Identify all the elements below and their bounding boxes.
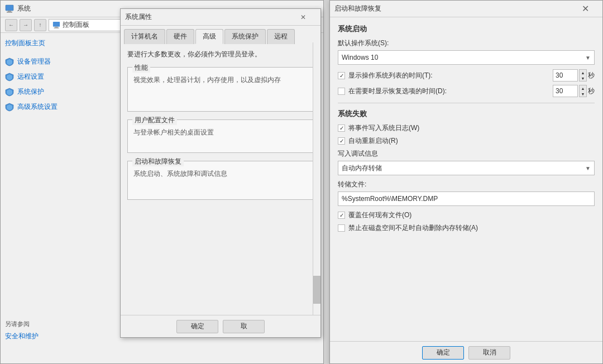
show-recovery-input[interactable]: 30 <box>553 85 578 97</box>
nav-back-button[interactable]: ← <box>5 19 17 31</box>
debug-dropdown-arrow-icon: ▼ <box>585 165 591 171</box>
show-os-list-label: 显示操作系统列表的时间(T): <box>348 71 549 80</box>
svg-rect-3 <box>53 21 60 26</box>
user-profile-section: 用户配置文件 与登录帐户相关的桌面设置 <box>127 119 314 153</box>
startup-section-content: 系统启动、系统故障和调试信息 <box>133 169 308 179</box>
startup-cancel-button[interactable]: 取消 <box>468 346 510 360</box>
startup-dialog-title: 启动和故障恢复 <box>334 4 381 13</box>
nav-breadcrumb: 控制面板 <box>63 20 89 30</box>
sidebar-main-link[interactable]: 控制面板主页 <box>5 39 85 48</box>
sidebar-label-device-manager: 设备管理器 <box>17 57 51 66</box>
svg-rect-0 <box>6 5 13 11</box>
show-recovery-up-arrow[interactable]: ▲ <box>580 85 586 91</box>
write-syslog-label: 将事件写入系统日志(W) <box>348 123 419 133</box>
nav-forward-button[interactable]: → <box>20 19 32 31</box>
disable-auto-delete-row: 禁止在磁盘空间不足时自动删除内存转储(A) <box>338 223 595 233</box>
sidebar: 控制面板主页 设备管理器 远程设置 <box>1 33 90 363</box>
show-recovery-checkbox[interactable] <box>338 88 345 95</box>
dump-file-input[interactable]: %SystemRoot%\MEMORY.DMP <box>338 191 595 206</box>
debug-info-dropdown[interactable]: 自动内存转储 ▼ <box>338 161 595 175</box>
startup-footer: 确定 取消 <box>330 341 602 363</box>
startup-close-button[interactable]: ✕ <box>572 1 598 17</box>
show-os-list-checkbox[interactable] <box>338 72 345 79</box>
shield-icon-device <box>5 58 14 66</box>
user-profile-section-label: 用户配置文件 <box>132 116 177 125</box>
sidebar-label-remote: 远程设置 <box>17 72 44 82</box>
startup-section: 启动和故障恢复 系统启动、系统故障和调试信息 <box>127 161 314 200</box>
sysprop-scrollbar[interactable] <box>313 42 320 315</box>
tab-computer-name[interactable]: 计算机名 <box>124 29 165 44</box>
debug-info-label: 写入调试信息 <box>338 149 595 159</box>
sysprop-footer: 确定 取 <box>121 315 320 337</box>
performance-section-content: 视觉效果，处理器计划，内存使用，以及虚拟内存 <box>133 75 308 85</box>
show-os-list-arrows[interactable]: ▲ ▼ <box>579 69 587 82</box>
sidebar-item-advanced[interactable]: 高级系统设置 <box>5 102 85 112</box>
dump-file-value: %SystemRoot%\MEMORY.DMP <box>342 195 438 203</box>
sidebar-footer-title: 另请参阅 <box>5 320 39 328</box>
sysprop-ok-button[interactable]: 确定 <box>176 320 218 333</box>
disable-auto-delete-checkbox[interactable] <box>338 224 345 232</box>
user-profile-section-content: 与登录帐户相关的桌面设置 <box>133 128 308 137</box>
sidebar-footer-link[interactable]: 安全和维护 <box>5 332 39 341</box>
shield-icon-advanced <box>5 103 14 112</box>
sidebar-item-remote[interactable]: 远程设置 <box>5 72 85 82</box>
system-window-title: 系统 <box>17 4 31 13</box>
debug-info-value: 自动内存转储 <box>342 164 382 173</box>
startup-titlebar: 启动和故障恢复 ✕ <box>330 1 602 17</box>
show-os-list-down-arrow[interactable]: ▼ <box>580 75 586 81</box>
system-window-icon <box>5 4 14 13</box>
tab-hardware[interactable]: 硬件 <box>166 29 194 44</box>
default-os-label: 默认操作系统(S): <box>338 39 595 48</box>
startup-dialog-content: 系统启动 默认操作系统(S): Windows 10 ▼ 显示操作系统列表的时间… <box>330 17 602 243</box>
tab-system-protection[interactable]: 系统保护 <box>224 29 266 44</box>
sysprop-scrollbar-thumb[interactable] <box>313 276 320 304</box>
show-recovery-unit: 秒 <box>588 87 595 96</box>
performance-section-label: 性能 <box>132 63 150 73</box>
sidebar-item-system-protection[interactable]: 系统保护 <box>5 87 85 97</box>
sysprop-title: 系统属性 <box>125 12 152 22</box>
svg-rect-5 <box>54 27 59 28</box>
overwrite-row: 覆盖任何现有文件(O) <box>338 210 595 220</box>
system-startup-title: 系统启动 <box>338 24 595 34</box>
show-os-list-input[interactable]: 30 <box>553 69 578 82</box>
show-os-list-unit: 秒 <box>588 71 595 80</box>
auto-restart-checkbox[interactable] <box>338 137 345 145</box>
show-recovery-spinner: 30 ▲ ▼ 秒 <box>553 85 595 97</box>
show-os-list-up-arrow[interactable]: ▲ <box>580 70 586 75</box>
shield-icon-remote <box>5 73 14 82</box>
sysprop-titlebar: 系统属性 ✕ <box>121 9 320 26</box>
default-os-dropdown[interactable]: Windows 10 ▼ <box>338 50 595 65</box>
dump-file-label: 转储文件: <box>338 180 595 189</box>
tab-remote[interactable]: 远程 <box>267 29 295 44</box>
startup-dialog: 启动和故障恢复 ✕ 系统启动 默认操作系统(S): Windows 10 ▼ 显… <box>329 0 603 364</box>
sysprop-close-button[interactable]: ✕ <box>290 9 316 26</box>
tab-advanced[interactable]: 高级 <box>195 29 223 44</box>
sysprop-content: 要进行大多数更改，你必须作为管理员登录。 性能 视觉效果，处理器计划，内存使用，… <box>121 44 320 211</box>
sysprop-tab-bar: 计算机名 硬件 高级 系统保护 远程 <box>121 26 320 44</box>
svg-rect-1 <box>8 11 11 12</box>
monitor-icon <box>52 21 60 29</box>
sysprop-dialog: 系统属性 ✕ 计算机名 硬件 高级 系统保护 远程 要进行大多数更改，你必须作为… <box>120 8 321 338</box>
write-syslog-checkbox[interactable] <box>338 124 345 132</box>
show-recovery-row: 在需要时显示恢复选项的时间(D): 30 ▲ ▼ 秒 <box>338 85 595 97</box>
sidebar-footer: 另请参阅 安全和维护 <box>5 320 39 341</box>
sidebar-label-protection: 系统保护 <box>17 87 44 97</box>
show-recovery-arrows[interactable]: ▲ ▼ <box>579 85 587 97</box>
show-recovery-down-arrow[interactable]: ▼ <box>580 91 586 97</box>
startup-section-label: 启动和故障恢复 <box>132 157 184 166</box>
sysprop-cancel-button[interactable]: 取 <box>223 320 265 333</box>
divider <box>338 103 595 103</box>
auto-restart-row: 自动重新启动(R) <box>338 136 595 146</box>
nav-up-button[interactable]: ↑ <box>34 19 46 31</box>
show-os-list-row: 显示操作系统列表的时间(T): 30 ▲ ▼ 秒 <box>338 69 595 82</box>
sidebar-item-device-manager[interactable]: 设备管理器 <box>5 57 85 66</box>
write-syslog-row: 将事件写入系统日志(W) <box>338 123 595 133</box>
disable-auto-delete-label: 禁止在磁盘空间不足时自动删除内存转储(A) <box>348 223 478 233</box>
overwrite-label: 覆盖任何现有文件(O) <box>348 210 411 220</box>
overwrite-checkbox[interactable] <box>338 212 345 219</box>
show-os-list-spinner: 30 ▲ ▼ 秒 <box>553 69 595 82</box>
system-failure-title: 系统失败 <box>338 109 595 119</box>
startup-ok-button[interactable]: 确定 <box>422 346 464 360</box>
performance-section: 性能 视觉效果，处理器计划，内存使用，以及虚拟内存 <box>127 67 314 112</box>
show-recovery-label: 在需要时显示恢复选项的时间(D): <box>348 87 549 96</box>
